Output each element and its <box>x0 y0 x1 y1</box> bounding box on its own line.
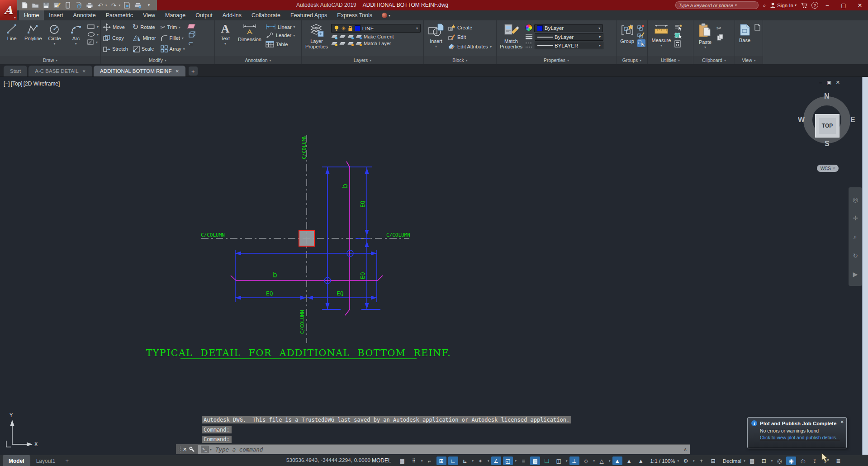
linear-dimension-button[interactable]: Linear▾ <box>266 24 295 30</box>
search-icon[interactable]: ⌕ <box>763 2 766 9</box>
status-object-snap-3d-toggle[interactable]: ◫ <box>554 456 564 465</box>
circle-button[interactable]: Circle▾ <box>45 22 65 56</box>
status-polar-tracking-toggle[interactable]: ⊾ <box>460 456 470 465</box>
status-workspace-gear-toggle[interactable]: ⚙ <box>681 456 691 465</box>
ribbon-tab-collaborate[interactable]: Collaborate <box>247 10 285 20</box>
command-expand-icon[interactable]: ∧ <box>683 447 687 452</box>
qat-print-icon[interactable] <box>85 1 94 10</box>
create-block-button[interactable]: Create <box>448 24 492 31</box>
caret-down-icon[interactable]: ▾ <box>744 459 745 463</box>
qat-new-file-icon[interactable] <box>20 1 28 10</box>
make-current-button[interactable]: Make Current <box>331 34 422 39</box>
status-annotation-visibility-toggle[interactable]: ▲ <box>612 456 622 465</box>
minimize-button[interactable]: – <box>819 0 835 10</box>
navigation-wheel-icon[interactable]: ◎ <box>853 196 858 203</box>
qat-qat-menu-icon[interactable]: ▾ <box>145 1 153 10</box>
table-button[interactable]: Table <box>266 41 295 48</box>
showmotion-icon[interactable]: ▶ <box>853 271 858 278</box>
array-button[interactable]: Array▾ <box>161 45 185 52</box>
application-menu-button[interactable]: A▾ <box>0 0 17 20</box>
select-all-button[interactable] <box>674 32 682 39</box>
edit-attributes-button[interactable]: Edit Attributes▾ <box>448 43 492 50</box>
status-snap-grid-toggle[interactable]: ⠿ <box>409 456 419 465</box>
viewport-visual-style-button[interactable]: [2D Wireframe] <box>24 81 60 87</box>
viewcube[interactable]: N W E S TOP WCS▽ <box>797 95 860 176</box>
ribbon-tab-manage[interactable]: Manage <box>160 10 190 20</box>
status-isolate-objects-toggle[interactable]: ◎ <box>774 456 784 465</box>
panel-label-block[interactable]: Block▾ <box>424 56 496 64</box>
status-isodraft-toggle[interactable]: ⌖ <box>475 456 485 465</box>
status-selection-cycling-toggle[interactable]: ❏ <box>542 456 552 465</box>
restore-button[interactable]: ▢ <box>835 0 852 10</box>
status-annotation-monitor-toggle[interactable]: △ <box>597 456 607 465</box>
ribbon-extra-menu[interactable]: ▾ <box>382 10 390 20</box>
viewcube-west[interactable]: W <box>798 116 805 124</box>
viewport-sheet-button[interactable] <box>754 24 761 31</box>
leader-button[interactable]: Leader▾ <box>266 32 295 38</box>
qat-sheet-set-icon[interactable] <box>123 1 131 10</box>
command-line[interactable]: ✕ >_ ▾ Type a command ∧ <box>176 444 690 454</box>
qat-save-as-icon[interactable] <box>53 1 61 10</box>
panel-label-annotation[interactable]: Annotation▾ <box>215 56 301 64</box>
caret-down-icon[interactable]: ▾ <box>515 459 517 463</box>
offset-button[interactable]: ⊂ <box>188 40 195 47</box>
app-store-cart-icon[interactable] <box>801 2 807 8</box>
status-transparency-toggle[interactable]: ▩ <box>530 456 540 465</box>
close-button[interactable]: ✕ <box>852 0 868 10</box>
lineweight-dropdown[interactable]: ByLayer▾ <box>535 33 603 41</box>
edit-block-button[interactable]: Edit <box>448 33 492 41</box>
file-tab-start[interactable]: Start <box>4 66 27 76</box>
line-button[interactable]: Line <box>2 22 22 56</box>
caret-down-icon[interactable]: ▾ <box>488 459 489 463</box>
panel-label-modify[interactable]: Modify▾ <box>101 56 214 64</box>
caret-down-icon[interactable]: ▾ <box>609 459 611 463</box>
status-annotation-scale-icon-toggle[interactable]: ▲ <box>636 456 646 465</box>
status-units-icon-toggle[interactable]: ⊟ <box>708 456 718 465</box>
notification-close-icon[interactable]: ✕ <box>840 419 844 424</box>
group-selection-toggle[interactable] <box>637 39 645 47</box>
help-icon[interactable]: ? <box>811 2 818 9</box>
quick-select-button[interactable] <box>674 24 682 31</box>
caret-down-icon[interactable]: ▾ <box>678 459 679 463</box>
status-plus-tool-toggle[interactable]: + <box>697 456 707 465</box>
status-lock-ui-toggle[interactable]: ⊡ <box>759 456 769 465</box>
doc-restore-button[interactable]: ▣ <box>826 80 831 86</box>
ribbon-tab-annotate[interactable]: Annotate <box>68 10 101 20</box>
file-tab-additional-bottom-reinf[interactable]: ADDITIONAL BOTTOM REINF✕ <box>94 66 185 76</box>
ribbon-tab-express-tools[interactable]: Express Tools <box>332 10 377 20</box>
status-graphics-performance-toggle[interactable]: ◉ <box>786 456 796 465</box>
wcs-menu[interactable]: WCS▽ <box>817 165 839 172</box>
dimension-button[interactable]: Dimension <box>235 22 264 56</box>
rectangle-button[interactable]: ▾ <box>87 24 99 29</box>
doc-minimize-button[interactable]: – <box>819 80 822 86</box>
ribbon-tab-parametric[interactable]: Parametric <box>101 10 138 20</box>
command-close-icon[interactable]: ✕ <box>183 447 187 452</box>
ribbon-tab-home[interactable]: Home <box>19 10 44 20</box>
wrench-icon[interactable] <box>189 447 195 452</box>
base-button[interactable]: Base <box>737 22 753 56</box>
panel-label-clipboard[interactable]: Clipboard▾ <box>693 56 735 64</box>
erase-button[interactable] <box>188 24 195 29</box>
stretch-button[interactable]: Stretch <box>103 46 128 52</box>
status-lineweight-toggle[interactable]: ≡ <box>518 456 528 465</box>
viewport-view-button[interactable]: [Top] <box>11 81 23 87</box>
viewcube-south[interactable]: S <box>825 140 830 148</box>
status-plot-toggle[interactable]: ⎙ <box>798 456 808 465</box>
quick-calculator-button[interactable] <box>674 40 682 48</box>
status-customization-toggle[interactable]: ≣ <box>833 456 843 465</box>
qat-redo-icon[interactable]: ↷ <box>110 1 118 10</box>
ribbon-tab-add-ins[interactable]: Add-ins <box>218 10 247 20</box>
notification-link[interactable]: Click to view plot and publish details..… <box>760 435 843 440</box>
copy-clip-button[interactable] <box>716 34 724 41</box>
signin-button[interactable]: Sign In▾ <box>770 2 797 8</box>
status-grid-toggle[interactable]: ▦ <box>397 456 407 465</box>
command-line-grip[interactable]: ✕ <box>176 445 198 454</box>
linetype-icon[interactable] <box>525 42 533 49</box>
rotate-button[interactable]: ↻Rotate <box>133 24 156 31</box>
insert-button[interactable]: Insert▾ <box>426 22 446 56</box>
navigation-bar[interactable]: ◎✛⌕↻▶ <box>849 187 862 286</box>
new-drawing-tab-button[interactable]: + <box>189 67 198 76</box>
doc-close-button[interactable]: ✕ <box>836 80 840 86</box>
drag-handle-icon[interactable] <box>178 446 180 452</box>
status-scale-text[interactable]: 1:1 / 100% <box>650 458 675 464</box>
